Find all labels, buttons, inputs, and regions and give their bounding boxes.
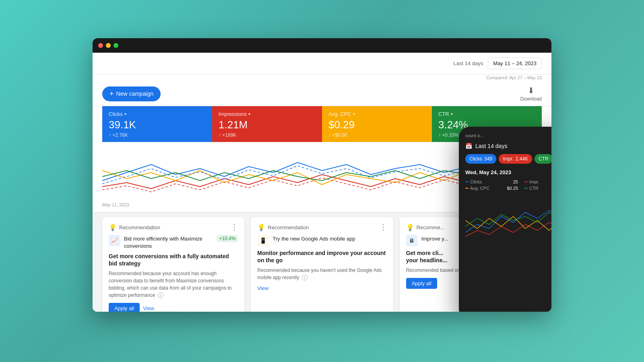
rec-subtitle-0: Bid more efficiently with Maximize conve… bbox=[124, 235, 213, 249]
toolbar: + New campaign ⬇ Download bbox=[93, 82, 551, 106]
phone-date-label: Wed, May 24, 2023 bbox=[465, 169, 551, 175]
phone-stat-ctr: CTR 14.37% bbox=[524, 186, 551, 191]
phone-metric-clicks[interactable]: Clicks 349 bbox=[465, 154, 496, 164]
metric-label-clicks: Clicks ▾ bbox=[109, 111, 206, 117]
plus-icon: + bbox=[109, 90, 114, 98]
metric-card-cpc[interactable]: Avg. CPC ▾ $0.29 ↑ +$0.00 bbox=[322, 106, 432, 142]
rec-body-icon-1: 📱 bbox=[257, 235, 268, 246]
impr-dot bbox=[524, 181, 528, 182]
phone-stats-grid: Clicks 25 Impr. 174 Avg. CPC bbox=[465, 179, 551, 191]
phone-header: count o... bbox=[465, 133, 551, 138]
metric-change-clicks: ↑ +2.76K bbox=[109, 132, 206, 138]
phone-impr-value: 2.44K bbox=[516, 156, 528, 162]
phone-stat-value-cpc: $0.25 bbox=[507, 186, 518, 191]
info-icon-0: i bbox=[158, 292, 163, 298]
metric-card-impressions[interactable]: Impressions ▾ 1.21M ↑ +189K bbox=[212, 106, 322, 142]
phone-stat-label-clicks: Clicks bbox=[465, 179, 482, 184]
metric-change-impressions: ↑ +189K bbox=[219, 132, 316, 138]
phone-impr-label: Impr. bbox=[503, 156, 514, 162]
more-options-button-1[interactable]: ⋮ bbox=[380, 224, 387, 231]
arrow-up-icon: ↑ bbox=[219, 132, 221, 138]
apply-all-button-0[interactable]: Apply all bbox=[109, 303, 140, 312]
rec-body-0: 📈 Bid more efficiently with Maximize con… bbox=[109, 235, 238, 249]
metric-value-impressions: 1.21M bbox=[219, 119, 316, 131]
download-button[interactable]: ⬇ Download bbox=[520, 86, 542, 102]
metric-label-impressions: Impressions ▾ bbox=[219, 111, 316, 117]
metric-label-cpc: Avg. CPC ▾ bbox=[328, 111, 425, 117]
metric-value-clicks: 39.1K bbox=[109, 119, 206, 131]
chevron-down-icon: ▾ bbox=[248, 112, 250, 116]
rec-header-0: 💡 Recommendation ⋮ bbox=[109, 224, 238, 231]
phone-overlay: count o... 📅 Last 14 days Clicks 349 Imp… bbox=[459, 127, 551, 312]
lightbulb-icon: 💡 bbox=[109, 224, 116, 231]
browser-titlebar bbox=[93, 38, 551, 53]
more-options-button-0[interactable]: ⋮ bbox=[231, 224, 238, 231]
rec-title-1: Monitor performance and improve your acc… bbox=[257, 249, 386, 264]
rec-title-row-1: 💡 Recommendation bbox=[257, 224, 309, 231]
rec-body-icon-0: 📈 bbox=[109, 235, 120, 246]
metric-label-ctr: CTR ▾ bbox=[438, 111, 535, 117]
phone-metrics-row: Clicks 349 Impr. 2.44K CTR bbox=[465, 154, 551, 164]
rec-body-icon-2: 🖥 bbox=[406, 235, 417, 246]
info-icon-1: i bbox=[302, 275, 308, 280]
cpc-dot bbox=[465, 188, 469, 189]
chevron-down-icon: ▾ bbox=[353, 112, 355, 116]
rec-card-0: 💡 Recommendation ⋮ 📈 Bid more efficientl… bbox=[102, 217, 244, 312]
phone-date-row: 📅 Last 14 days bbox=[465, 143, 551, 149]
minimize-dot[interactable] bbox=[106, 43, 111, 48]
phone-stat-cpc: Avg. CPC $0.25 bbox=[465, 186, 518, 191]
rec-subtitle-2: Improve y... bbox=[421, 235, 448, 242]
phone-stat-label-impr: Impr. bbox=[524, 179, 539, 184]
rec-body-1: 📱 Try the new Google Ads mobile app bbox=[257, 235, 386, 246]
phone-metric-impr[interactable]: Impr. 2.44K bbox=[499, 154, 532, 164]
new-campaign-button[interactable]: + New campaign bbox=[102, 86, 161, 101]
rec-title-row-2: 💡 Recomme... bbox=[406, 224, 445, 231]
arrow-up-icon: ↑ bbox=[438, 132, 441, 138]
rec-desc-0: Recommended because your account has eno… bbox=[109, 270, 238, 299]
phone-clicks-label: Clicks bbox=[469, 156, 482, 162]
phone-stat-label-ctr: CTR bbox=[524, 186, 539, 191]
rec-actions-0: Apply all View bbox=[109, 303, 238, 312]
rec-badge-0: +10.4% bbox=[217, 235, 238, 242]
metric-value-cpc: $0.29 bbox=[328, 119, 425, 131]
rec-card-1: 💡 Recommendation ⋮ 📱 Try the new Google … bbox=[251, 217, 393, 312]
rec-title-0: Get more conversions with a fully automa… bbox=[109, 253, 238, 267]
phone-stat-impr: Impr. 174 bbox=[524, 179, 551, 184]
header-bar: Last 14 days May 11 – 24, 2023 bbox=[93, 53, 551, 74]
ctr-dot bbox=[524, 188, 528, 189]
phone-date-range-label: Last 14 days bbox=[475, 143, 507, 149]
phone-stat-clicks: Clicks 25 bbox=[465, 179, 518, 184]
clicks-dot bbox=[465, 181, 469, 182]
apply-all-button-2[interactable]: Apply all bbox=[406, 278, 437, 289]
view-button-0[interactable]: View bbox=[143, 305, 154, 311]
view-button-1[interactable]: View bbox=[257, 285, 268, 291]
phone-stat-label-cpc: Avg. CPC bbox=[465, 186, 489, 191]
phone-chart bbox=[465, 196, 551, 245]
browser-window: Last 14 days May 11 – 24, 2023 Compared:… bbox=[93, 38, 551, 312]
rec-label-0: Recommendation bbox=[119, 224, 160, 230]
metric-change-cpc: ↑ +$0.00 bbox=[328, 132, 425, 138]
maximize-dot[interactable] bbox=[114, 43, 118, 48]
rec-title-row-0: 💡 Recommendation bbox=[109, 224, 160, 231]
close-dot[interactable] bbox=[98, 43, 103, 48]
phone-clicks-value: 349 bbox=[484, 156, 492, 162]
lightbulb-icon: 💡 bbox=[257, 224, 264, 231]
download-label: Download bbox=[520, 96, 542, 102]
lightbulb-icon: 💡 bbox=[406, 224, 413, 231]
phone-ctr-label: CTR bbox=[539, 156, 549, 162]
download-icon: ⬇ bbox=[528, 86, 535, 95]
chevron-down-icon: ▾ bbox=[124, 112, 126, 116]
date-range-button[interactable]: May 11 – 24, 2023 bbox=[488, 58, 542, 69]
rec-subtitle-1: Try the new Google Ads mobile app bbox=[272, 235, 355, 242]
rec-label-2: Recomme... bbox=[417, 224, 445, 230]
phone-metric-ctr[interactable]: CTR bbox=[535, 154, 551, 164]
rec-desc-1: Recommended because you haven't used the… bbox=[257, 267, 386, 281]
compared-text: Compared: Apr 27 – May 10 bbox=[93, 74, 551, 82]
new-campaign-label: New campaign bbox=[116, 90, 154, 97]
phone-screen: count o... 📅 Last 14 days Clicks 349 Imp… bbox=[459, 127, 551, 312]
calendar-icon: 📅 bbox=[465, 143, 472, 149]
rec-label-1: Recommendation bbox=[268, 224, 309, 230]
metric-card-clicks[interactable]: Clicks ▾ 39.1K ↑ +2.76K bbox=[102, 106, 212, 142]
date-label: Last 14 days bbox=[454, 60, 483, 66]
rec-actions-1: View bbox=[257, 285, 386, 291]
